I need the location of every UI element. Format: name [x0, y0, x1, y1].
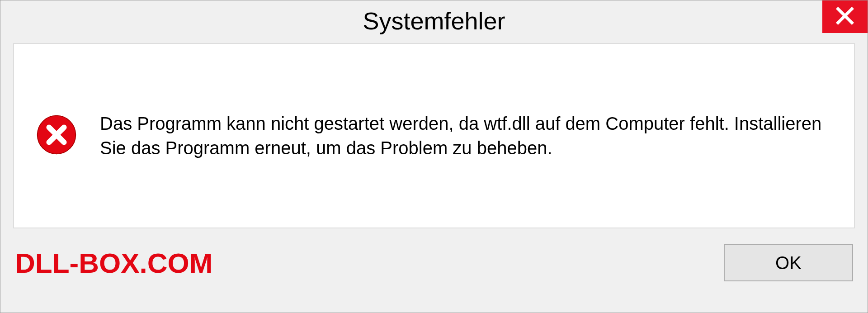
error-icon: [36, 114, 77, 157]
close-button[interactable]: [822, 0, 868, 33]
system-error-dialog: Systemfehler Das Programm kann nicht ges…: [0, 0, 868, 313]
titlebar: Systemfehler: [0, 0, 868, 41]
close-icon: [835, 5, 855, 28]
bottom-bar: DLL-BOX.COM OK: [0, 235, 868, 290]
ok-button-label: OK: [775, 253, 802, 273]
content-area: Das Programm kann nicht gestartet werden…: [13, 43, 855, 228]
error-message: Das Programm kann nicht gestartet werden…: [100, 111, 832, 160]
dialog-title: Systemfehler: [363, 7, 505, 35]
watermark-text: DLL-BOX.COM: [15, 247, 212, 279]
ok-button[interactable]: OK: [724, 244, 853, 281]
